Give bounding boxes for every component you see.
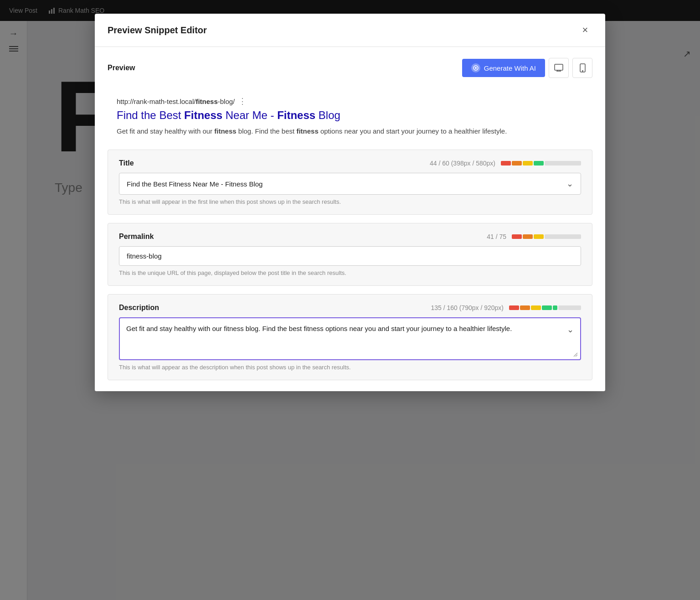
title-input-wrapper[interactable]: ⌄ xyxy=(119,173,581,195)
permalink-meta: 41 / 75 xyxy=(487,233,581,240)
permalink-label: Permalink xyxy=(119,233,154,241)
serp-more-options[interactable]: ⋮ xyxy=(238,96,247,106)
close-button[interactable]: × xyxy=(578,23,592,37)
generate-ai-button[interactable]: Generate With AI xyxy=(462,59,545,77)
description-progress-bar xyxy=(509,305,581,310)
desktop-icon xyxy=(554,64,563,72)
bar-seg-empty xyxy=(545,161,581,166)
serp-description: Get fit and stay healthy with our fitnes… xyxy=(117,126,527,137)
bar-seg-green xyxy=(534,161,544,166)
title-meta: 44 / 60 (398px / 580px) xyxy=(430,160,581,167)
serp-preview: http://rank-math-test.local/fitness-blog… xyxy=(108,87,592,141)
description-field-header: Description 135 / 160 (790px / 920px) xyxy=(119,304,581,312)
bar-seg-yellow xyxy=(531,305,541,310)
serp-url: http://rank-math-test.local/fitness-blog… xyxy=(117,98,235,105)
title-hint: This is what will appear in the first li… xyxy=(119,198,581,205)
permalink-input-wrapper[interactable] xyxy=(119,246,581,266)
permalink-input[interactable] xyxy=(127,252,573,260)
desktop-view-button[interactable] xyxy=(549,58,569,78)
bar-seg-green-sm xyxy=(553,305,557,310)
description-hint: This is what will appear as the descript… xyxy=(119,364,581,371)
description-textarea[interactable] xyxy=(120,318,580,359)
bar-seg-empty xyxy=(545,234,581,239)
svg-point-7 xyxy=(582,71,583,72)
title-section: Title 44 / 60 (398px / 580px) ⌄ This is … xyxy=(108,150,592,215)
bar-seg-green xyxy=(542,305,552,310)
ai-sparkle-icon xyxy=(473,65,479,71)
description-meta: 135 / 160 (790px / 920px) xyxy=(431,304,581,311)
bar-seg-orange xyxy=(520,305,530,310)
title-dropdown-arrow: ⌄ xyxy=(566,179,573,189)
description-section: Description 135 / 160 (790px / 920px) ⌄ xyxy=(108,294,592,380)
bar-seg-empty xyxy=(558,305,581,310)
svg-rect-5 xyxy=(555,64,563,70)
serp-url-row: http://rank-math-test.local/fitness-blog… xyxy=(117,96,592,106)
bar-seg-red xyxy=(501,161,511,166)
permalink-hint: This is the unique URL of this page, dis… xyxy=(119,269,581,276)
bar-seg-red xyxy=(509,305,519,310)
svg-point-4 xyxy=(475,67,477,69)
title-progress-bar xyxy=(501,161,581,166)
description-input-wrapper[interactable]: ⌄ xyxy=(119,317,581,360)
bar-seg-yellow xyxy=(523,161,533,166)
description-dropdown-arrow: ⌄ xyxy=(567,325,574,335)
description-label: Description xyxy=(119,304,159,312)
ai-icon xyxy=(471,63,480,72)
bar-seg-orange xyxy=(512,161,522,166)
preview-header: Preview Generate With AI xyxy=(108,58,592,78)
permalink-progress-bar xyxy=(512,234,581,239)
permalink-section: Permalink 41 / 75 This is the unique URL… xyxy=(108,223,592,286)
title-count: 44 / 60 (398px / 580px) xyxy=(430,160,495,167)
preview-snippet-editor-modal: Preview Snippet Editor × Preview Generat… xyxy=(95,14,605,391)
bar-seg-red xyxy=(512,234,522,239)
modal-body: Preview Generate With AI xyxy=(95,47,605,391)
modal-title: Preview Snippet Editor xyxy=(108,25,207,36)
resize-handle-icon xyxy=(573,352,578,357)
permalink-field-header: Permalink 41 / 75 xyxy=(119,233,581,241)
title-label: Title xyxy=(119,159,134,167)
modal-header: Preview Snippet Editor × xyxy=(95,14,605,47)
bar-seg-yellow xyxy=(534,234,544,239)
serp-title[interactable]: Find the Best Fitness Near Me - Fitness … xyxy=(117,108,592,122)
preview-actions: Generate With AI xyxy=(462,58,592,78)
mobile-view-button[interactable] xyxy=(572,58,592,78)
permalink-count: 41 / 75 xyxy=(487,233,506,240)
title-input[interactable] xyxy=(127,180,566,188)
mobile-icon xyxy=(580,63,586,72)
title-field-header: Title 44 / 60 (398px / 580px) xyxy=(119,159,581,167)
preview-label: Preview xyxy=(108,64,135,72)
description-count: 135 / 160 (790px / 920px) xyxy=(431,304,504,311)
generate-btn-label: Generate With AI xyxy=(484,64,536,72)
bar-seg-orange xyxy=(523,234,533,239)
